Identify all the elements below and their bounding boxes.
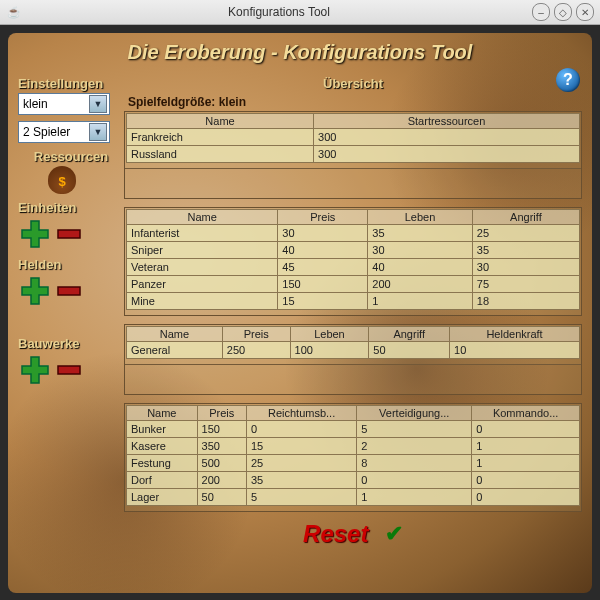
money-bag-icon[interactable]: [48, 166, 76, 194]
column-header: Kommando...: [472, 406, 580, 421]
window-title: Konfigurations Tool: [30, 5, 528, 19]
column-header: Angriff: [369, 327, 450, 342]
heroes-label: Helden: [18, 257, 124, 272]
column-header: Name: [127, 327, 223, 342]
remove-hero-button[interactable]: [52, 274, 86, 308]
add-hero-button[interactable]: [18, 274, 52, 308]
heroes-table: NamePreisLebenAngriffHeldenkraftGeneral2…: [126, 326, 580, 359]
table-row[interactable]: Mine15118: [127, 293, 580, 310]
table-row[interactable]: Lager50510: [127, 489, 580, 506]
reset-button[interactable]: Reset: [303, 520, 368, 548]
table-row[interactable]: Panzer15020075: [127, 276, 580, 293]
table-row[interactable]: Dorf2003500: [127, 472, 580, 489]
table-row[interactable]: Kasere3501521: [127, 438, 580, 455]
table-row[interactable]: Sniper403035: [127, 242, 580, 259]
column-header: Preis: [222, 327, 290, 342]
column-header: Reichtumsb...: [246, 406, 356, 421]
buildings-table: NamePreisReichtumsb...Verteidigung...Kom…: [126, 405, 580, 506]
column-header: Name: [127, 114, 314, 129]
chevron-down-icon: ▼: [89, 123, 107, 141]
java-icon: ☕: [6, 4, 22, 20]
column-header: Leben: [368, 210, 473, 225]
help-button[interactable]: ?: [556, 68, 580, 92]
table-row[interactable]: Bunker150050: [127, 421, 580, 438]
column-header: Name: [127, 210, 278, 225]
column-header: Leben: [290, 327, 369, 342]
svg-rect-2: [58, 366, 80, 374]
table-row[interactable]: Veteran454030: [127, 259, 580, 276]
fieldsize-text: Spielfeldgröße: klein: [124, 93, 582, 111]
units-table: NamePreisLebenAngriffInfanterist303525Sn…: [126, 209, 580, 310]
size-select[interactable]: klein▼: [18, 93, 110, 115]
table-row[interactable]: Festung5002581: [127, 455, 580, 472]
column-header: Name: [127, 406, 198, 421]
column-header: Heldenkraft: [450, 327, 580, 342]
add-unit-button[interactable]: [18, 217, 52, 251]
svg-rect-1: [58, 287, 80, 295]
close-button[interactable]: ✕: [576, 3, 594, 21]
table-row[interactable]: Russland300: [127, 146, 580, 163]
units-label: Einheiten: [18, 200, 124, 215]
settings-label: Einstellungen: [18, 76, 124, 91]
maximize-button[interactable]: ◇: [554, 3, 572, 21]
table-row[interactable]: Infanterist303525: [127, 225, 580, 242]
svg-rect-0: [58, 230, 80, 238]
players-table: NameStartressourcenFrankreich300Russland…: [126, 113, 580, 163]
table-row[interactable]: General2501005010: [127, 342, 580, 359]
column-header: Preis: [197, 406, 246, 421]
resources-label: Ressourcen: [18, 149, 124, 164]
remove-unit-button[interactable]: [52, 217, 86, 251]
table-row[interactable]: Frankreich300: [127, 129, 580, 146]
app-title: Die Eroberung - Konfigurations Tool: [18, 41, 582, 64]
column-header: Verteidigung...: [357, 406, 472, 421]
players-select[interactable]: 2 Spieler▼: [18, 121, 110, 143]
column-header: Startressourcen: [314, 114, 580, 129]
apply-button[interactable]: ✔: [385, 521, 403, 547]
minimize-button[interactable]: –: [532, 3, 550, 21]
buildings-label: Bauwerke: [18, 336, 124, 351]
column-header: Preis: [278, 210, 368, 225]
remove-building-button[interactable]: [52, 353, 86, 387]
column-header: Angriff: [472, 210, 579, 225]
add-building-button[interactable]: [18, 353, 52, 387]
overview-label: Übersicht: [124, 76, 582, 91]
chevron-down-icon: ▼: [89, 95, 107, 113]
